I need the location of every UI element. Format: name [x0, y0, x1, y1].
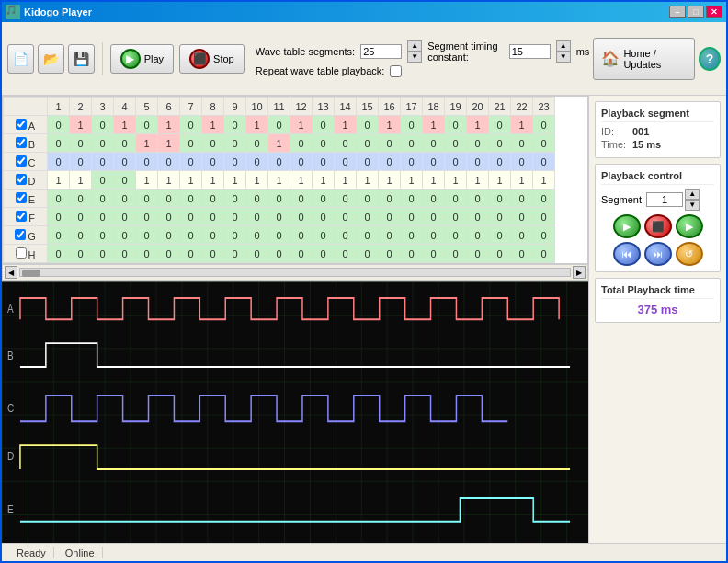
grid-cell[interactable]: 0 — [180, 226, 202, 245]
grid-cell[interactable]: 0 — [180, 245, 202, 263]
grid-cell[interactable]: 0 — [290, 190, 313, 208]
grid-cell[interactable]: 0 — [401, 134, 423, 153]
grid-cell[interactable]: 0 — [158, 190, 180, 208]
minimize-button[interactable]: – — [669, 6, 686, 18]
row-checkbox[interactable] — [16, 155, 27, 167]
grid-cell[interactable]: 0 — [489, 245, 511, 263]
grid-cell[interactable]: 0 — [136, 116, 158, 134]
grid-cell[interactable]: 0 — [114, 208, 136, 226]
new-button[interactable]: 📄 — [7, 44, 34, 74]
grid-cell[interactable]: 0 — [246, 208, 268, 226]
grid-cell[interactable]: 0 — [511, 245, 533, 263]
grid-cell[interactable]: 1 — [533, 171, 555, 190]
grid-cell[interactable]: 0 — [335, 153, 357, 171]
grid-cell[interactable]: 0 — [335, 226, 357, 245]
home-button[interactable]: 🏠 Home / Updates — [593, 38, 695, 80]
timing-up[interactable]: ▲ — [556, 40, 571, 52]
grid-cell[interactable]: 0 — [467, 208, 489, 226]
grid-cell[interactable]: 0 — [246, 245, 268, 263]
grid-cell[interactable]: 0 — [445, 208, 467, 226]
grid-cell[interactable]: 1 — [423, 171, 445, 190]
grid-cell[interactable]: 0 — [92, 226, 114, 245]
grid-cell[interactable]: 0 — [202, 153, 224, 171]
grid-cell[interactable]: 0 — [357, 134, 379, 153]
grid-cell[interactable]: 0 — [70, 190, 92, 208]
grid-cell[interactable]: 0 — [180, 116, 202, 134]
grid-cell[interactable]: 0 — [423, 153, 445, 171]
grid-cell[interactable]: 0 — [136, 245, 158, 263]
grid-cell[interactable]: 0 — [379, 245, 401, 263]
grid-cell[interactable]: 0 — [48, 190, 70, 208]
grid-cell[interactable]: 0 — [445, 245, 467, 263]
grid-cell[interactable]: 0 — [158, 153, 180, 171]
grid-cell[interactable]: 0 — [379, 226, 401, 245]
grid-cell[interactable]: 0 — [445, 153, 467, 171]
grid-cell[interactable]: 1 — [70, 116, 92, 134]
grid-cell[interactable]: 0 — [467, 190, 489, 208]
grid-cell[interactable]: 1 — [224, 171, 246, 190]
grid-cell[interactable]: 1 — [268, 171, 290, 190]
grid-cell[interactable]: 0 — [445, 190, 467, 208]
grid-cell[interactable]: 0 — [224, 208, 246, 226]
grid-cell[interactable]: 0 — [180, 134, 202, 153]
grid-cell[interactable]: 0 — [335, 208, 357, 226]
grid-cell[interactable]: 0 — [511, 190, 533, 208]
open-button[interactable]: 📂 — [38, 44, 64, 74]
grid-cell[interactable]: 0 — [357, 190, 379, 208]
ctrl-next-button[interactable]: ⏭ — [644, 242, 672, 266]
grid-cell[interactable]: 0 — [224, 134, 246, 153]
grid-cell[interactable]: 1 — [489, 171, 511, 190]
grid-cell[interactable]: 0 — [268, 190, 290, 208]
grid-cell[interactable]: 1 — [246, 171, 268, 190]
timing-input[interactable] — [509, 44, 551, 59]
grid-cell[interactable]: 0 — [224, 226, 246, 245]
grid-cell[interactable]: 0 — [202, 245, 224, 263]
grid-cell[interactable]: 0 — [489, 116, 511, 134]
grid-cell[interactable]: 0 — [114, 245, 136, 263]
scroll-track[interactable] — [19, 268, 571, 277]
grid-cell[interactable]: 1 — [158, 134, 180, 153]
grid-cell[interactable]: 0 — [136, 208, 158, 226]
grid-cell[interactable]: 1 — [335, 116, 357, 134]
play-button[interactable]: ▶ Play — [110, 44, 174, 74]
ctrl-play2-button[interactable]: ▶ — [676, 214, 703, 238]
grid-cell[interactable]: 1 — [246, 116, 268, 134]
ctrl-prev-button[interactable]: ⏮ — [613, 242, 641, 266]
scroll-thumb[interactable] — [22, 270, 40, 277]
grid-cell[interactable]: 1 — [180, 171, 202, 190]
grid-cell[interactable]: 0 — [533, 116, 555, 134]
grid-cell[interactable]: 1 — [401, 171, 423, 190]
grid-cell[interactable]: 0 — [533, 190, 555, 208]
grid-cell[interactable]: 0 — [224, 153, 246, 171]
grid-cell[interactable]: 1 — [268, 134, 290, 153]
grid-cell[interactable]: 0 — [92, 208, 114, 226]
grid-cell[interactable]: 0 — [401, 245, 423, 263]
grid-cell[interactable]: 0 — [379, 208, 401, 226]
grid-cell[interactable]: 0 — [246, 190, 268, 208]
grid-cell[interactable]: 0 — [92, 134, 114, 153]
grid-cell[interactable]: 0 — [290, 153, 313, 171]
grid-cell[interactable]: 0 — [511, 208, 533, 226]
grid-cell[interactable]: 0 — [489, 226, 511, 245]
row-checkbox[interactable] — [16, 119, 27, 130]
grid-cell[interactable]: 0 — [357, 208, 379, 226]
grid-cell[interactable]: 0 — [70, 153, 92, 171]
grid-cell[interactable]: 0 — [511, 134, 533, 153]
grid-cell[interactable]: 0 — [180, 190, 202, 208]
grid-cell[interactable]: 1 — [379, 116, 401, 134]
grid-cell[interactable]: 1 — [335, 171, 357, 190]
grid-cell[interactable]: 0 — [335, 134, 357, 153]
grid-cell[interactable]: 0 — [180, 153, 202, 171]
grid-cell[interactable]: 0 — [445, 226, 467, 245]
grid-cell[interactable]: 0 — [423, 245, 445, 263]
grid-cell[interactable]: 1 — [202, 116, 224, 134]
row-checkbox[interactable] — [16, 137, 27, 148]
grid-cell[interactable]: 0 — [136, 226, 158, 245]
grid-cell[interactable]: 0 — [357, 116, 379, 134]
grid-cell[interactable]: 0 — [467, 134, 489, 153]
grid-cell[interactable]: 0 — [158, 226, 180, 245]
grid-cell[interactable]: 0 — [423, 208, 445, 226]
grid-cell[interactable]: 0 — [511, 226, 533, 245]
grid-cell[interactable]: 0 — [313, 226, 335, 245]
grid-cell[interactable]: 0 — [445, 116, 467, 134]
